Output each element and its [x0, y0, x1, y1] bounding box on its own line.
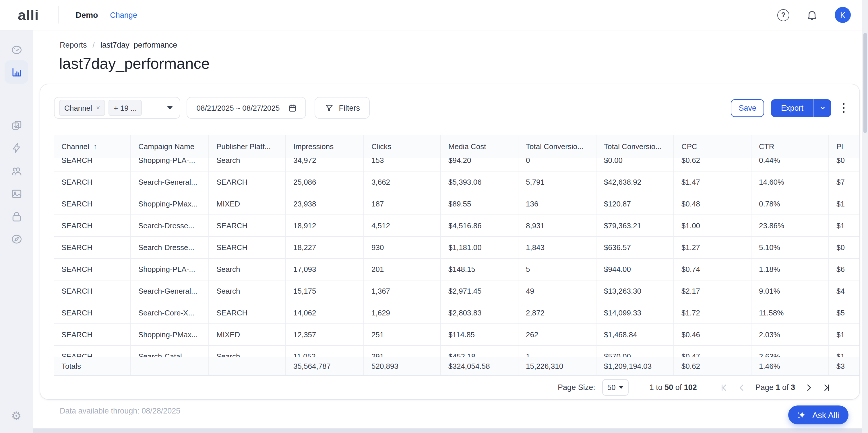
workspace-name: Demo: [76, 10, 98, 20]
sort-ascending-icon[interactable]: ↑: [93, 142, 97, 151]
column-header-channel[interactable]: Channel ↑: [54, 135, 131, 158]
sidebar-item-tasks[interactable]: [0, 113, 33, 136]
report-toolbar: Channel × + 19 ... 08/21/2025 ~ 08/27/20…: [54, 97, 847, 119]
column-header-campaign-name[interactable]: Campaign Name: [131, 135, 209, 158]
cell-ctr: 0.44%: [751, 158, 829, 171]
export-button[interactable]: Export: [771, 99, 813, 117]
column-header-total-conversion-value[interactable]: Total Conversio...: [596, 135, 674, 158]
sidebar-item-reports[interactable]: [5, 60, 28, 84]
data-grid: Channel ↑ Campaign Name Publisher Platf.…: [54, 135, 859, 376]
cell-publisher-platform: Search: [209, 346, 286, 357]
window-scrollbar-thumb[interactable]: [863, 33, 867, 133]
cell-impressions: 34,972: [286, 158, 364, 171]
page-size-select[interactable]: 50: [602, 379, 629, 396]
notification-bell-icon[interactable]: [806, 9, 818, 21]
filters-label: Filters: [339, 103, 360, 112]
cell-clicks: 1,367: [364, 280, 441, 302]
cell-publisher-platform: Search: [209, 259, 286, 280]
cell-clicks: 187: [364, 193, 441, 214]
save-button[interactable]: Save: [731, 99, 764, 117]
cell-total-conversions: 2,872: [518, 302, 596, 324]
table-row: SEARCH Search-Core-X... SEARCH 14,062 1,…: [54, 302, 859, 324]
column-header-ctr[interactable]: CTR: [751, 135, 829, 158]
table-body: SEARCH Shopping-PLA-... Search 34,972 15…: [54, 158, 859, 357]
filter-chip-channel[interactable]: Channel ×: [59, 100, 105, 116]
topbar-divider: [58, 6, 59, 24]
cell-cpc: $0.48: [674, 193, 751, 214]
sidebar-item-shopping[interactable]: [0, 205, 33, 228]
columns-multiselect[interactable]: Channel × + 19 ...: [54, 97, 181, 119]
column-header-clipped[interactable]: Pl: [829, 135, 859, 158]
cell-total-conversion-value: $1,468.84: [596, 324, 674, 345]
top-navigation-bar: alli Demo Change ? K: [0, 0, 868, 30]
cell-total-conversion-value: $636.57: [596, 237, 674, 258]
sidebar-item-dashboard[interactable]: [0, 38, 33, 61]
cell-campaign-name: Shopping-PLA-...: [131, 259, 209, 280]
cell-campaign-name: Search-General...: [131, 280, 209, 302]
cell-impressions: 15,175: [286, 280, 364, 302]
cell-clicks: 930: [364, 237, 441, 258]
cell-clicks: 153: [364, 158, 441, 171]
page-size-label: Page Size:: [558, 383, 595, 392]
cell-campaign-name: Search-Catal...: [131, 346, 209, 357]
breadcrumb-reports[interactable]: Reports: [60, 41, 87, 49]
cell-cpc: $1.47: [674, 171, 751, 193]
cell-clipped: $4: [829, 280, 859, 302]
sidebar-item-settings[interactable]: ⚙: [0, 404, 33, 427]
help-icon[interactable]: ?: [777, 9, 789, 21]
column-header-cpc[interactable]: CPC: [674, 135, 751, 158]
sidebar-item-explore[interactable]: [0, 228, 33, 251]
cell-impressions: 14,062: [286, 302, 364, 324]
totals-ctr: 1.46%: [751, 357, 829, 375]
cell-total-conversion-value: $79,363.21: [596, 215, 674, 236]
cell-clipped: $1: [829, 324, 859, 345]
chip-remove-icon[interactable]: ×: [96, 104, 100, 111]
sidebar-item-creative[interactable]: [0, 182, 33, 205]
sidebar-item-audiences[interactable]: [0, 160, 33, 182]
previous-page-icon[interactable]: [735, 381, 748, 394]
cell-publisher-platform: Search: [209, 158, 286, 171]
column-header-clicks[interactable]: Clicks: [364, 135, 441, 158]
totals-conversion-value: $1,209,194.03: [596, 357, 674, 375]
cell-ctr: 9.01%: [751, 280, 829, 302]
export-chevron-down-icon[interactable]: [813, 99, 831, 117]
sidebar-divider: [7, 400, 26, 400]
date-range-input[interactable]: 08/21/2025 ~ 08/27/2025: [187, 97, 306, 119]
cell-campaign-name: Search-Dresse...: [131, 215, 209, 236]
cell-total-conversion-value: $0.00: [596, 158, 674, 171]
column-header-media-cost[interactable]: Media Cost: [441, 135, 518, 158]
cell-impressions: 25,086: [286, 171, 364, 193]
cell-impressions: 18,227: [286, 237, 364, 258]
next-page-icon[interactable]: [803, 381, 815, 394]
cell-cpc: $2.17: [674, 280, 751, 302]
cell-total-conversions: 49: [518, 280, 596, 302]
totals-label: Totals: [54, 357, 131, 375]
column-header-impressions[interactable]: Impressions: [286, 135, 364, 158]
calendar-icon[interactable]: [288, 103, 298, 113]
image-icon: [10, 188, 23, 200]
last-page-icon[interactable]: [820, 381, 833, 394]
breadcrumb-separator: /: [93, 41, 95, 49]
user-avatar[interactable]: K: [835, 7, 851, 23]
more-options-kebab-icon[interactable]: [840, 101, 847, 115]
chevron-down-icon[interactable]: [167, 106, 173, 109]
filter-chip-more[interactable]: + 19 ...: [108, 100, 142, 116]
cell-publisher-platform: SEARCH: [209, 302, 286, 324]
totals-cpc: $0.62: [674, 357, 751, 375]
column-header-total-conversions[interactable]: Total Conversio...: [518, 135, 596, 158]
shopping-bag-icon: [10, 210, 23, 223]
cell-cpc: $0.74: [674, 259, 751, 280]
users-icon: [10, 165, 23, 177]
cell-cpc: $0.62: [674, 158, 751, 171]
column-header-publisher-platform[interactable]: Publisher Platf...: [209, 135, 286, 158]
sidebar-item-automation[interactable]: [0, 136, 33, 160]
row-range-text: 1 to 50 of 102: [650, 383, 697, 392]
date-range-value: 08/21/2025 ~ 08/27/2025: [197, 103, 280, 112]
report-card: Channel × + 19 ... 08/21/2025 ~ 08/27/20…: [40, 84, 859, 399]
filters-button[interactable]: Filters: [315, 97, 370, 119]
first-page-icon[interactable]: [718, 381, 730, 394]
ask-alli-button[interactable]: Ask Alli: [788, 405, 848, 424]
breadcrumb-current: last7day_performance: [100, 41, 177, 49]
change-workspace-link[interactable]: Change: [110, 11, 137, 19]
totals-clicks: 520,893: [364, 357, 441, 375]
